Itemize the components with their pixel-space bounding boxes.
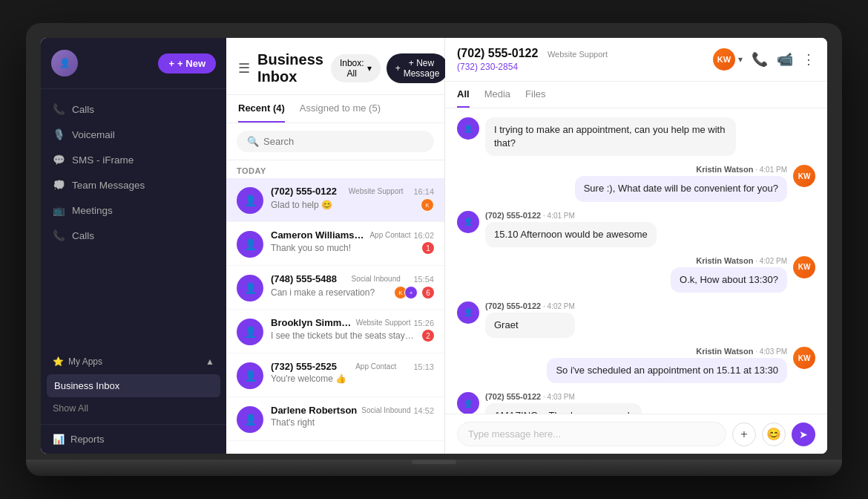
sidebar-nav: 📞 Calls 🎙️ Voicemail 💬 SMS - iFrame 💭 Te… [41, 89, 226, 345]
msg-sender-6: Kristin Watson [696, 347, 753, 356]
msg-time-5: 4:02 PM [548, 302, 575, 310]
search-icon: 🔍 [247, 136, 259, 147]
conv-top-1: (702) 555-0122 Website Support 16:14 [271, 186, 434, 197]
chat-message-input[interactable] [457, 422, 726, 446]
inbox-title: Business Inbox [257, 51, 323, 85]
hamburger-icon[interactable]: ☰ [238, 60, 250, 76]
tab-media[interactable]: Media [484, 82, 510, 108]
conv-time-2: 16:02 [413, 231, 434, 240]
new-message-label: + New Message [404, 58, 440, 79]
show-all-apps[interactable]: Show All [41, 399, 226, 418]
tab-files[interactable]: Files [525, 82, 545, 108]
conv-tag-4: Website Support [356, 319, 411, 327]
send-button[interactable]: ➤ [792, 423, 815, 446]
conversation-item-5[interactable]: 👤 (732) 555-2525 App Contact 15:13 You'r… [226, 353, 444, 397]
sidebar-label-calls2: Calls [72, 230, 94, 241]
plus-attach-icon: + [740, 428, 747, 441]
more-options-icon[interactable]: ⋮ [802, 51, 815, 68]
msg-sender-time-3: (702) 555-0122 · 4:01 PM [485, 211, 657, 220]
tab-all[interactable]: All [457, 82, 470, 108]
conversation-item-6[interactable]: 👤 Darlene Robertson Social Inbound 14:52… [226, 397, 444, 441]
msg-content-3: (702) 555-0122 · 4:01 PM 15.10 Afternoon… [485, 211, 657, 247]
chat-messages: 👤 I trying to make an appointment, can y… [445, 108, 827, 414]
msg-sender-4: Kristin Watson [696, 256, 753, 265]
conv-body-5: (732) 555-2525 App Contact 15:13 You're … [271, 361, 434, 384]
small-avatar: K [421, 198, 434, 212]
new-message-button[interactable]: + + New Message [387, 53, 449, 83]
conv-body-6: Darlene Robertson Social Inbound 14:52 T… [271, 405, 434, 428]
reports-icon: 📊 [53, 434, 65, 445]
conv-preview-text-2: Thank you so much! [271, 243, 351, 253]
sidebar-label-calls: Calls [72, 104, 94, 115]
sidebar-item-calls2[interactable]: 📞 Calls [41, 223, 226, 248]
conversation-item-4[interactable]: 👤 Brooklyn Simmons Website Support 15:26… [226, 310, 444, 353]
conv-avatar-3: 👤 [237, 275, 263, 301]
msg-bubble-5: Graet [485, 313, 575, 338]
inbox-filter-button[interactable]: Inbox: All ▾ [331, 54, 381, 82]
voicemail-icon: 🎙️ [53, 128, 65, 140]
msg-avatar-1: 👤 [457, 117, 479, 140]
show-all-label: Show All [53, 403, 88, 414]
msg-avatar-3: 👤 [457, 211, 479, 233]
chevron-down-icon: ▾ [367, 63, 372, 74]
chevron-down-icon-agent: ▾ [738, 54, 743, 65]
msg-sender-time-2: Kristin Watson · 4:01 PM [696, 165, 787, 174]
tab-files-label: Files [525, 88, 545, 100]
search-input[interactable] [263, 136, 424, 147]
badge-4: 2 [422, 330, 434, 342]
msg-avatar-7: 👤 [457, 392, 479, 414]
attachment-button[interactable]: + [732, 423, 756, 446]
phone-call-icon[interactable]: 📞 [752, 51, 768, 68]
my-apps-section: ⭐ My Apps ▲ Business Inbox Show All [41, 345, 226, 424]
msg-content-1: I trying to make an appointment, can you… [485, 117, 736, 156]
search-box: 🔍 [226, 123, 444, 160]
conv-time-4: 15:26 [413, 319, 434, 327]
phone-icon: 📞 [53, 103, 65, 115]
conv-top-6: Darlene Robertson Social Inbound 14:52 [271, 405, 434, 416]
sidebar-item-meetings[interactable]: 📺 Meetings [41, 198, 226, 223]
msg-bubble-2: Sure :), What date will be convenient fo… [575, 176, 787, 201]
msg-avatar-2: KW [793, 165, 815, 187]
avatar[interactable]: 👤 [51, 50, 78, 76]
reports-label: Reports [70, 434, 105, 445]
sidebar-item-calls[interactable]: 📞 Calls [41, 97, 226, 122]
conv-top-5: (732) 555-2525 App Contact 15:13 [271, 361, 434, 372]
new-button-label: + New [177, 58, 206, 69]
conversation-item-2[interactable]: 👤 Cameron Williamson App Contact 16:02 T… [226, 222, 444, 266]
sidebar-item-team-messages[interactable]: 💭 Team Messages [41, 172, 226, 198]
new-button[interactable]: + + New [158, 53, 216, 74]
sidebar-item-sms[interactable]: 💬 SMS - iFrame [41, 147, 226, 172]
conv-avatar-5: 👤 [237, 362, 263, 389]
msg-bubble-7: AMAZING... Thank you so much [485, 403, 642, 414]
sidebar-label-voicemail: Voicemail [72, 129, 115, 140]
tab-recent[interactable]: Recent (4) [238, 95, 285, 123]
agent-selector[interactable]: KW ▾ [713, 48, 743, 71]
conv-name-1: (702) 555-0122 [271, 186, 337, 197]
msg-avatar-6: KW [793, 347, 815, 369]
tab-assigned[interactable]: Assigned to me (5) [300, 95, 381, 123]
message-row-7: 👤 (702) 555-0122 · 4:03 PM AMAZING... Th… [457, 392, 815, 414]
badge-3: 6 [422, 287, 434, 299]
conv-tag-1: Website Support [349, 187, 404, 195]
sidebar-item-voicemail[interactable]: 🎙️ Voicemail [41, 122, 226, 147]
my-apps-header[interactable]: ⭐ My Apps ▲ [41, 350, 226, 373]
conv-top-4: Brooklyn Simmons Website Support 15:26 [271, 317, 434, 328]
filter-label: Inbox: All [340, 58, 364, 79]
calls2-icon: 📞 [53, 229, 65, 241]
conversation-item-3[interactable]: 👤 (748) 555-5488 Social Inbound 15:54 Ca… [226, 266, 444, 310]
msg-content-7: (702) 555-0122 · 4:03 PM AMAZING... Than… [485, 392, 642, 414]
chevron-up-icon: ▲ [206, 356, 214, 367]
conv-name-2: Cameron Williamson [271, 229, 365, 241]
video-icon[interactable]: 📹 [777, 51, 793, 68]
msg-time-2: 4:01 PM [760, 166, 787, 174]
message-row-3: 👤 (702) 555-0122 · 4:01 PM 15.10 Afterno… [457, 211, 815, 247]
badge-2: 1 [422, 242, 434, 254]
conv-top-3: (748) 555-5488 Social Inbound 15:54 [271, 273, 434, 284]
msg-sender-7: (702) 555-0122 [485, 392, 541, 401]
plus-icon: + [168, 58, 174, 69]
emoji-button[interactable]: 😊 [762, 423, 786, 446]
conversation-item-1[interactable]: 👤 (702) 555-0122 Website Support 16:14 G… [226, 178, 444, 222]
sidebar-footer-reports[interactable]: 📊 Reports [41, 424, 226, 454]
business-inbox-label: Business Inbox [54, 380, 119, 391]
sidebar-item-business-inbox[interactable]: Business Inbox [47, 374, 220, 397]
